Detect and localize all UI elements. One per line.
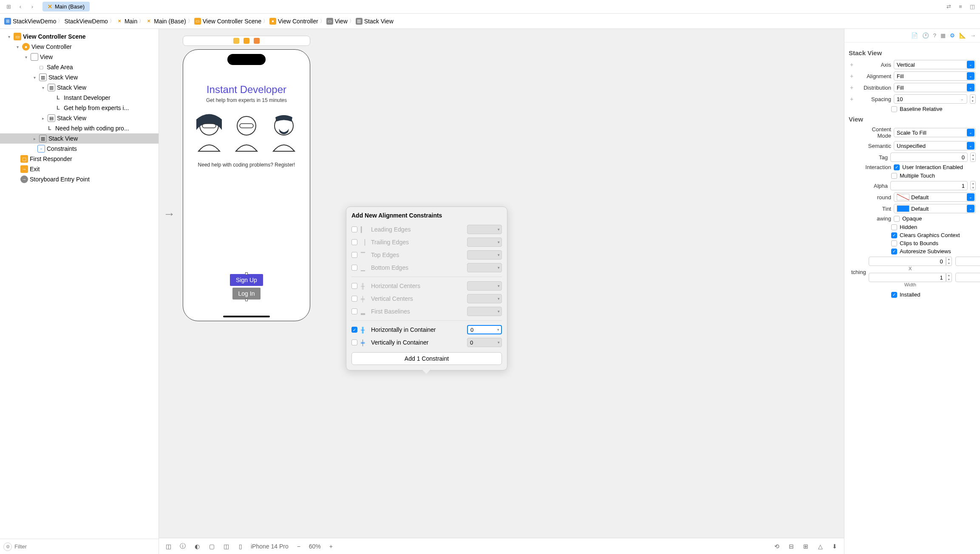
opaque-checkbox[interactable] xyxy=(894,216,900,222)
panels-icon[interactable]: ◫ xyxy=(968,3,977,10)
tree-entry[interactable]: →Storyboard Entry Point xyxy=(0,174,159,184)
tree-view[interactable]: ▾View xyxy=(0,52,159,62)
filter-icon[interactable]: ⊜ xyxy=(3,543,12,551)
crumb[interactable]: ●View Controller xyxy=(269,18,318,25)
background-select[interactable]: Default⌄ xyxy=(894,192,976,202)
distribution-select[interactable]: Fill⌄ xyxy=(894,83,976,92)
crumb[interactable]: ✕Main xyxy=(116,18,137,25)
semantic-select[interactable]: Unspecified⌄ xyxy=(894,141,976,150)
tree-label[interactable]: LInstant Developer xyxy=(0,93,159,103)
stretch-w-input[interactable] xyxy=(869,273,946,282)
identity-tab-icon[interactable]: ▦ xyxy=(940,32,946,39)
avatar-3 xyxy=(267,111,301,153)
tree-scene[interactable]: ▾▭View Controller Scene xyxy=(0,31,159,42)
appearance-icon[interactable]: ◐ xyxy=(193,543,201,550)
clears-checkbox[interactable]: ✓ xyxy=(891,232,897,238)
crumb[interactable]: ▭View Controller Scene xyxy=(194,18,261,25)
hidden-checkbox[interactable] xyxy=(891,224,897,230)
zoom-level[interactable]: 60% xyxy=(309,543,321,550)
button-stack-selected[interactable]: Sign Up Log In xyxy=(230,274,263,300)
pop-hcontainer[interactable]: ✓╫Horizontally in Container0▾ xyxy=(351,323,502,336)
spacing-stepper[interactable]: ▴▾ xyxy=(970,94,976,104)
forward-icon[interactable]: › xyxy=(27,2,37,12)
content-mode-select[interactable]: Scale To Fill⌄ xyxy=(894,128,976,137)
tree-constraints[interactable]: ▫Constraints xyxy=(0,144,159,154)
crumb[interactable]: ⊞StackViewDemo xyxy=(4,18,56,25)
help-tab-icon[interactable]: ? xyxy=(933,32,936,39)
tree-first[interactable]: ▢First Responder xyxy=(0,154,159,164)
tag-stepper[interactable]: ▴▾ xyxy=(970,153,976,162)
file-tab[interactable]: ✕ Main (Base) xyxy=(42,2,90,11)
tag-input[interactable] xyxy=(890,153,968,162)
alpha-input[interactable] xyxy=(890,181,968,190)
stretch-y-input[interactable] xyxy=(955,257,980,266)
device-icon[interactable]: ▯ xyxy=(236,543,245,550)
crumb[interactable]: ▥Stack View xyxy=(356,18,394,25)
stretch-x-input[interactable] xyxy=(869,257,946,266)
file-tab-icon[interactable]: 📄 xyxy=(911,32,918,39)
embed-icon[interactable]: ⬇ xyxy=(830,543,839,550)
stretch-h-input[interactable] xyxy=(955,273,980,282)
crumb[interactable]: ▭View xyxy=(326,18,348,25)
add-icon[interactable]: + xyxy=(849,73,855,79)
tree-stack3[interactable]: ▸▤Stack View xyxy=(0,113,159,123)
canvas: → Instant Developer Get help from expert… xyxy=(159,29,844,554)
tree-stack1[interactable]: ▾▥Stack View xyxy=(0,72,159,82)
add-icon[interactable]: + xyxy=(849,96,855,102)
size-tab-icon[interactable]: 📐 xyxy=(959,32,966,39)
lines-icon[interactable]: ≡ xyxy=(956,3,965,10)
spacing-input[interactable]: 10⌄ xyxy=(894,94,967,104)
back-icon[interactable]: ‹ xyxy=(15,2,25,12)
tree-stack4-selected[interactable]: ▸▥Stack View xyxy=(0,133,159,144)
crumb[interactable]: StackViewDemo xyxy=(64,18,108,25)
autoresize-checkbox[interactable]: ✓ xyxy=(891,249,897,254)
crumb[interactable]: ✕Main (Base) xyxy=(145,18,186,25)
accessibility-icon[interactable]: ⓘ xyxy=(178,543,187,550)
baseline-checkbox[interactable] xyxy=(891,106,897,112)
alpha-stepper[interactable]: ▴▾ xyxy=(970,181,976,190)
filter-input[interactable] xyxy=(14,543,155,550)
installed-checkbox[interactable]: ✓ xyxy=(891,292,897,298)
resolve-icon[interactable]: △ xyxy=(816,543,824,550)
scene-title-bar[interactable] xyxy=(183,36,310,46)
align-icon[interactable]: ⊟ xyxy=(787,543,796,550)
zoom-out-icon[interactable]: − xyxy=(295,543,303,550)
attributes-tab-icon[interactable]: ⚙ xyxy=(950,32,955,39)
tint-select[interactable]: Default⌄ xyxy=(894,204,976,213)
layout-icon[interactable]: ◫ xyxy=(222,543,230,550)
pin-icon[interactable]: ⊞ xyxy=(802,543,810,550)
add-constraint-button[interactable]: Add 1 Constraint xyxy=(351,352,502,365)
popover-title: Add New Alignment Constraints xyxy=(351,212,502,219)
update-frames-icon[interactable]: ⟲ xyxy=(773,543,781,550)
doc-outline-icon[interactable]: ◫ xyxy=(164,543,173,550)
multitouch-checkbox[interactable] xyxy=(891,173,897,179)
zoom-in-icon[interactable]: + xyxy=(327,543,335,550)
selection-handle[interactable] xyxy=(245,299,248,301)
alignment-select[interactable]: Fill⌄ xyxy=(894,71,976,81)
tree-label[interactable]: LGet help from experts i... xyxy=(0,103,159,113)
pop-bottom: ▁Bottom Edges▾ xyxy=(351,261,502,274)
app-title: Instant Developer xyxy=(207,84,286,96)
canvas-bottom-bar: ◫ ⓘ ◐ ▢ ◫ ▯ iPhone 14 Pro − 60% + ⟲ ⊟ ⊞ … xyxy=(159,538,844,554)
tree-stack2[interactable]: ▾▥Stack View xyxy=(0,82,159,93)
axis-select[interactable]: Vertical⌄ xyxy=(894,60,976,69)
tree-label[interactable]: LNeed help with coding pro... xyxy=(0,123,159,133)
login-button[interactable]: Log In xyxy=(232,288,261,300)
uie-checkbox[interactable]: ✓ xyxy=(894,164,900,170)
history-tab-icon[interactable]: 🕐 xyxy=(922,32,929,39)
add-icon[interactable]: + xyxy=(849,84,855,91)
device-label[interactable]: iPhone 14 Pro xyxy=(251,543,289,550)
tree-vc[interactable]: ▾●View Controller xyxy=(0,42,159,52)
add-icon[interactable]: + xyxy=(849,61,855,68)
home-indicator xyxy=(223,316,270,317)
pop-vcontainer[interactable]: ╪Vertically in Container0▾ xyxy=(351,336,502,349)
connections-tab-icon[interactable]: → xyxy=(970,32,976,39)
orientation-icon[interactable]: ▢ xyxy=(207,543,216,550)
clips-checkbox[interactable] xyxy=(891,240,897,246)
tree-safe[interactable]: ▢Safe Area xyxy=(0,62,159,72)
signup-button[interactable]: Sign Up xyxy=(230,274,263,286)
tree-exit[interactable]: →Exit xyxy=(0,164,159,174)
grid-icon[interactable]: ⊞ xyxy=(3,2,14,12)
selection-handle[interactable] xyxy=(245,272,248,275)
swap-icon[interactable]: ⇄ xyxy=(944,3,953,10)
